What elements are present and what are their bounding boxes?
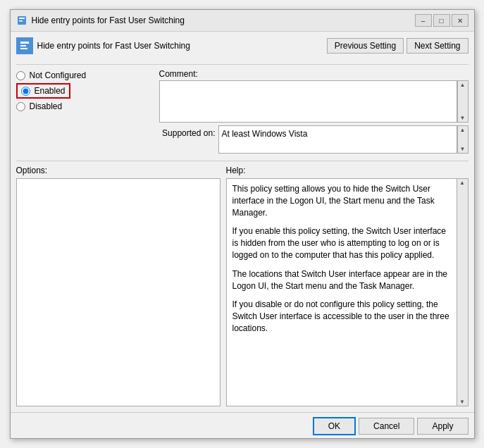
close-button[interactable]: ✕ xyxy=(452,14,469,27)
supported-row: Supported on: At least Windows Vista ▲ ▼ xyxy=(159,125,469,154)
not-configured-option[interactable]: Not Configured xyxy=(16,70,154,80)
top-section: Not Configured Enabled Disabled Comment: xyxy=(16,69,469,154)
next-setting-button[interactable]: Next Setting xyxy=(407,38,468,54)
svg-rect-2 xyxy=(19,20,23,22)
supported-box-wrapper: At least Windows Vista ▲ ▼ xyxy=(218,125,469,154)
enabled-label: Enabled xyxy=(35,86,66,96)
disabled-label: Disabled xyxy=(30,101,63,111)
help-content-wrapper: This policy setting allows you to hide t… xyxy=(226,178,469,406)
comment-wrapper: ▲ ▼ xyxy=(159,80,469,123)
not-configured-label: Not Configured xyxy=(30,70,87,80)
comment-label: Comment: xyxy=(159,69,469,79)
options-column: Options: xyxy=(16,166,221,406)
radio-panel: Not Configured Enabled Disabled xyxy=(16,69,154,154)
help-column: Help: This policy setting allows you to … xyxy=(226,166,469,406)
help-scroll-up[interactable]: ▲ xyxy=(459,180,465,186)
help-scroll-down[interactable]: ▼ xyxy=(459,399,465,405)
options-label: Options: xyxy=(16,166,221,175)
not-configured-radio[interactable] xyxy=(16,71,25,80)
window-title: Hide entry points for Fast User Switchin… xyxy=(32,15,185,25)
content-area: Hide entry points for Fast User Switchin… xyxy=(11,32,474,412)
minimize-button[interactable]: – xyxy=(415,14,432,27)
comment-input[interactable] xyxy=(159,80,457,123)
comment-section: Comment: ▲ ▼ xyxy=(159,69,469,123)
help-para-4: If you disable or do not configure this … xyxy=(232,299,451,334)
dialog-title: Hide entry points for Fast User Switchin… xyxy=(37,41,190,51)
comment-scrollbar[interactable]: ▲ ▼ xyxy=(457,80,469,123)
help-para-2: If you enable this policy setting, the S… xyxy=(232,225,451,261)
svg-rect-4 xyxy=(20,42,29,44)
title-bar: Hide entry points for Fast User Switchin… xyxy=(11,10,474,32)
svg-rect-1 xyxy=(19,18,25,19)
help-label: Help: xyxy=(226,166,469,175)
supported-scrollbar[interactable]: ▲ ▼ xyxy=(457,125,469,154)
title-bar-left: Hide entry points for Fast User Switchin… xyxy=(16,15,185,26)
header-separator xyxy=(16,64,469,65)
supported-scroll-up[interactable]: ▲ xyxy=(460,127,466,133)
nav-buttons: Previous Setting Next Setting xyxy=(327,38,469,54)
enabled-option[interactable]: Enabled xyxy=(16,83,70,99)
help-scrollbar[interactable]: ▲ ▼ xyxy=(457,179,468,406)
main-window: Hide entry points for Fast User Switchin… xyxy=(10,9,475,439)
prev-setting-button[interactable]: Previous Setting xyxy=(327,38,404,54)
enabled-radio[interactable] xyxy=(21,87,30,96)
apply-button[interactable]: Apply xyxy=(417,418,468,435)
two-column-section: Options: Help: This policy setting allow… xyxy=(16,166,469,406)
supported-value-box: At least Windows Vista xyxy=(218,125,457,154)
help-text: This policy setting allows you to hide t… xyxy=(227,179,457,406)
supported-scroll-down[interactable]: ▼ xyxy=(460,146,466,152)
right-panel: Comment: ▲ ▼ Supported on: xyxy=(159,69,469,154)
maximize-button[interactable]: □ xyxy=(433,14,450,27)
mid-separator xyxy=(16,161,469,161)
policy-header-icon xyxy=(16,37,33,54)
title-bar-controls: – □ ✕ xyxy=(415,14,469,27)
help-para-3: The locations that Switch User interface… xyxy=(232,268,451,292)
footer-row: OK Cancel Apply xyxy=(11,412,474,438)
disabled-radio[interactable] xyxy=(16,102,25,111)
window-icon xyxy=(16,15,27,26)
supported-section: Supported on: At least Windows Vista ▲ ▼ xyxy=(159,125,469,154)
scroll-down-arrow[interactable]: ▼ xyxy=(460,115,466,121)
ok-button[interactable]: OK xyxy=(313,417,356,435)
svg-rect-5 xyxy=(20,45,26,46)
cancel-button[interactable]: Cancel xyxy=(359,418,414,435)
scroll-up-arrow[interactable]: ▲ xyxy=(460,82,466,88)
radio-group: Not Configured Enabled Disabled xyxy=(16,70,154,111)
disabled-option[interactable]: Disabled xyxy=(16,101,154,111)
header-left: Hide entry points for Fast User Switchin… xyxy=(16,37,190,54)
help-para-1: This policy setting allows you to hide t… xyxy=(232,183,451,218)
svg-rect-6 xyxy=(20,48,27,49)
supported-value: At least Windows Vista xyxy=(222,129,308,139)
options-box xyxy=(16,178,221,406)
header-row: Hide entry points for Fast User Switchin… xyxy=(16,37,469,54)
supported-label: Supported on: xyxy=(159,125,216,138)
